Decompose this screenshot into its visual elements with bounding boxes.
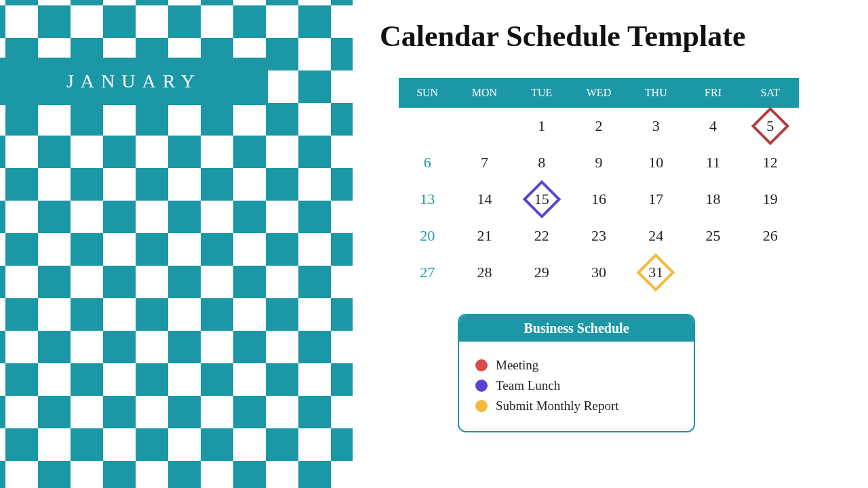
day-header: WED <box>570 78 627 108</box>
calendar-day: 17 <box>627 181 684 218</box>
calendar-day <box>456 108 513 144</box>
calendar-day: 30 <box>570 254 627 291</box>
legend-item: Meeting <box>475 358 677 373</box>
calendar-day: 27 <box>399 254 456 291</box>
calendar-day: 16 <box>570 181 627 218</box>
calendar-day: 26 <box>742 218 799 254</box>
calendar-day: 24 <box>627 218 684 254</box>
day-header: SUN <box>399 78 456 108</box>
calendar-day <box>742 254 799 291</box>
legend-label: Team Lunch <box>496 378 560 393</box>
calendar-day: 12 <box>742 144 799 181</box>
calendar-day: 4 <box>684 108 741 144</box>
calendar-day: 2 <box>570 108 627 144</box>
calendar: SUN MON TUE WED THU FRI SAT 123456789101… <box>399 78 799 291</box>
page-title: Calendar Schedule Template <box>380 19 854 54</box>
calendar-body: 1234567891011121314151617181920212223242… <box>399 108 799 291</box>
dot-icon <box>475 359 488 371</box>
legend-title: Business Schedule <box>459 315 694 342</box>
month-badge: JANUARY <box>0 58 268 105</box>
month-name: JANUARY <box>66 70 201 92</box>
calendar-day: 14 <box>456 181 513 218</box>
calendar-day: 25 <box>684 218 741 254</box>
legend-label: Submit Monthly Report <box>496 399 619 413</box>
calendar-header-row: SUN MON TUE WED THU FRI SAT <box>399 78 799 108</box>
calendar-day: 9 <box>570 144 627 181</box>
calendar-day: 22 <box>513 218 570 254</box>
calendar-day: 15 <box>513 181 570 218</box>
calendar-day: 20 <box>399 218 456 254</box>
calendar-day: 8 <box>513 144 570 181</box>
day-header: FRI <box>684 78 741 108</box>
legend-box: Business Schedule Meeting Team Lunch Sub… <box>458 314 695 432</box>
content-area: Calendar Schedule Template SUN MON TUE W… <box>380 19 854 432</box>
day-header: THU <box>627 78 684 108</box>
calendar-day: 23 <box>570 218 627 254</box>
dot-icon <box>475 380 488 392</box>
calendar-day: 18 <box>684 181 741 218</box>
calendar-day <box>399 108 456 144</box>
day-header: MON <box>456 78 513 108</box>
calendar-day: 21 <box>456 218 513 254</box>
calendar-day: 28 <box>456 254 513 291</box>
calendar-day: 10 <box>627 144 684 181</box>
legend-label: Meeting <box>496 358 538 373</box>
calendar-day: 7 <box>456 144 513 181</box>
calendar-day: 19 <box>742 181 799 218</box>
day-marker-icon <box>522 180 561 219</box>
day-header: SAT <box>742 78 799 108</box>
calendar-day: 6 <box>399 144 456 181</box>
day-header: TUE <box>513 78 570 108</box>
legend-item: Team Lunch <box>475 378 677 393</box>
calendar-day: 1 <box>513 108 570 144</box>
calendar-day: 11 <box>684 144 741 181</box>
calendar-day <box>684 254 741 291</box>
calendar-day: 5 <box>742 108 799 144</box>
dot-icon <box>475 400 488 412</box>
calendar-day: 29 <box>513 254 570 291</box>
calendar-day: 13 <box>399 181 456 218</box>
day-marker-icon <box>751 107 790 146</box>
legend-item: Submit Monthly Report <box>475 399 677 413</box>
calendar-day: 31 <box>627 254 684 291</box>
calendar-day: 3 <box>627 108 684 144</box>
legend-items: Meeting Team Lunch Submit Monthly Report <box>459 342 694 431</box>
day-marker-icon <box>637 253 675 292</box>
